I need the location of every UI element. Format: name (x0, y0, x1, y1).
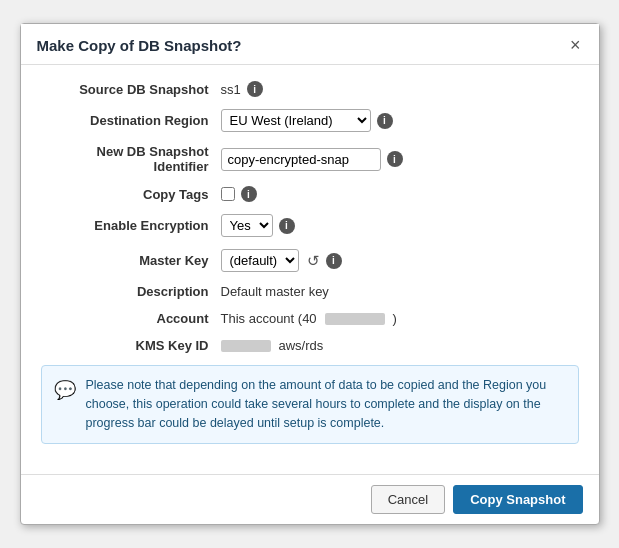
copy-tags-info-icon[interactable]: i (241, 186, 257, 202)
copy-tags-value: i (221, 186, 257, 202)
enable-encryption-select[interactable]: Yes No (221, 214, 273, 237)
row-enable-encryption: Enable Encryption Yes No i (41, 214, 579, 237)
master-key-value: (default) ↺ i (221, 249, 342, 272)
description-value: Default master key (221, 284, 329, 299)
account-label: Account (41, 311, 221, 326)
master-key-select[interactable]: (default) (221, 249, 299, 272)
master-key-refresh-button[interactable]: ↺ (307, 252, 320, 270)
enable-encryption-info-icon[interactable]: i (279, 218, 295, 234)
cancel-button[interactable]: Cancel (371, 485, 445, 514)
enable-encryption-label: Enable Encryption (41, 218, 221, 233)
source-db-snapshot-label: Source DB Snapshot (41, 82, 221, 97)
enable-encryption-value: Yes No i (221, 214, 295, 237)
kms-blurred (221, 340, 271, 352)
master-key-info-icon[interactable]: i (326, 253, 342, 269)
kms-key-id-value: aws/rds (221, 338, 324, 353)
destination-region-label: Destination Region (41, 113, 221, 128)
copy-tags-label: Copy Tags (41, 187, 221, 202)
destination-region-select[interactable]: EU West (Ireland) US East (N. Virginia) … (221, 109, 371, 132)
info-message: Please note that depending on the amount… (86, 376, 566, 432)
account-blurred (325, 313, 385, 325)
account-value: This account (40 ) (221, 311, 397, 326)
copy-snapshot-button[interactable]: Copy Snapshot (453, 485, 582, 514)
dialog-footer: Cancel Copy Snapshot (21, 474, 599, 524)
row-description: Description Default master key (41, 284, 579, 299)
row-destination-region: Destination Region EU West (Ireland) US … (41, 109, 579, 132)
row-source-db-snapshot: Source DB Snapshot ss1 i (41, 81, 579, 97)
copy-tags-checkbox[interactable] (221, 187, 235, 201)
kms-key-id-label: KMS Key ID (41, 338, 221, 353)
master-key-label: Master Key (41, 253, 221, 268)
row-kms-key-id: KMS Key ID aws/rds (41, 338, 579, 353)
new-db-snapshot-id-info-icon[interactable]: i (387, 151, 403, 167)
chat-icon: 💬 (54, 377, 76, 404)
new-db-snapshot-id-label: New DB Snapshot Identifier (41, 144, 221, 174)
dialog-header: Make Copy of DB Snapshot? × (21, 24, 599, 65)
source-db-snapshot-info-icon[interactable]: i (247, 81, 263, 97)
row-master-key: Master Key (default) ↺ i (41, 249, 579, 272)
row-account: Account This account (40 ) (41, 311, 579, 326)
row-new-db-snapshot-id: New DB Snapshot Identifier i (41, 144, 579, 174)
destination-region-info-icon[interactable]: i (377, 113, 393, 129)
description-label: Description (41, 284, 221, 299)
dialog-title: Make Copy of DB Snapshot? (37, 37, 242, 54)
close-button[interactable]: × (568, 36, 583, 54)
info-box: 💬 Please note that depending on the amou… (41, 365, 579, 443)
new-db-snapshot-id-value: i (221, 148, 403, 171)
new-db-snapshot-id-input[interactable] (221, 148, 381, 171)
dialog-body: Source DB Snapshot ss1 i Destination Reg… (21, 65, 599, 473)
dialog-make-copy: Make Copy of DB Snapshot? × Source DB Sn… (20, 23, 600, 524)
destination-region-value: EU West (Ireland) US East (N. Virginia) … (221, 109, 393, 132)
source-db-snapshot-value: ss1 i (221, 81, 263, 97)
row-copy-tags: Copy Tags i (41, 186, 579, 202)
